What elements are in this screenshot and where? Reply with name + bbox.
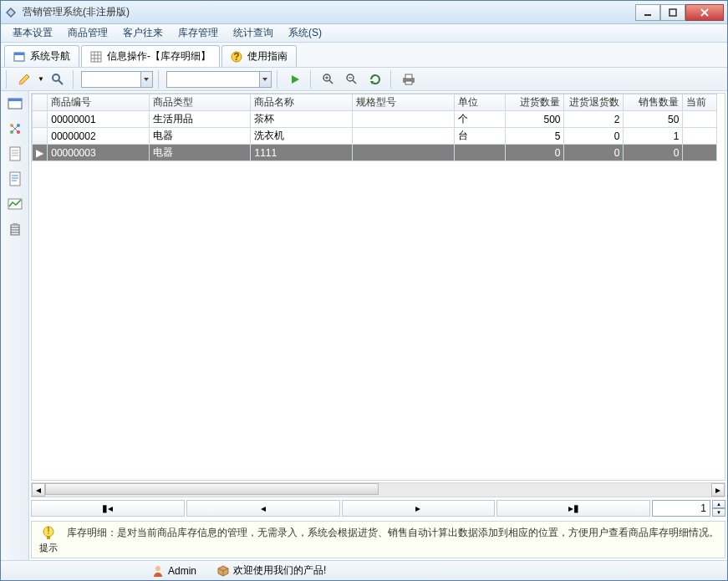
zoom-in-button[interactable]	[318, 70, 339, 89]
cell-product-type[interactable]: 电器	[149, 145, 251, 161]
side-panel-6[interactable]	[4, 220, 26, 238]
menu-customer[interactable]: 客户往来	[116, 24, 170, 42]
cell-spec[interactable]	[353, 145, 455, 161]
filter-field-input[interactable]	[82, 72, 140, 87]
menu-inventory[interactable]: 库存管理	[171, 24, 225, 42]
body: 商品编号 商品类型 商品名称 规格型号 单位 进货数量 进货退货数 销售数量 当…	[1, 91, 727, 560]
cell-qty-sale[interactable]: 0	[624, 145, 683, 161]
side-panel-5[interactable]	[4, 195, 26, 213]
separator	[310, 70, 313, 89]
cell-current[interactable]	[683, 111, 717, 128]
search-button[interactable]	[48, 70, 68, 89]
svg-text:!: !	[47, 525, 49, 537]
col-product-id[interactable]: 商品编号	[48, 94, 150, 111]
nav-prev-button[interactable]: ◂	[186, 500, 340, 517]
cell-qty-in[interactable]: 500	[505, 111, 564, 128]
dropdown-arrow[interactable]: ▼	[38, 75, 44, 83]
print-button[interactable]	[399, 70, 419, 89]
cell-qty-return[interactable]: 2	[564, 111, 624, 128]
menu-stats[interactable]: 统计查询	[227, 24, 280, 42]
close-button[interactable]	[685, 4, 724, 21]
menu-basic-settings[interactable]: 基本设置	[6, 24, 59, 42]
cell-unit[interactable]	[454, 145, 505, 161]
row-indicator	[33, 111, 48, 128]
col-spec[interactable]: 规格型号	[353, 94, 455, 111]
filter-value-combo[interactable]	[166, 71, 272, 88]
table-row[interactable]: 00000002电器洗衣机台501	[33, 128, 717, 145]
col-qty-in[interactable]: 进货数量	[505, 94, 564, 111]
cell-qty-in[interactable]: 5	[505, 128, 564, 145]
cell-product-name[interactable]: 茶杯	[251, 111, 353, 128]
col-product-type[interactable]: 商品类型	[149, 94, 251, 111]
chevron-down-icon[interactable]	[259, 72, 271, 87]
cell-product-name[interactable]: 洗衣机	[251, 128, 353, 145]
cell-qty-sale[interactable]: 1	[624, 128, 683, 145]
table-row[interactable]: 00000001生活用品茶杯个500250	[33, 111, 717, 128]
statusbar: Admin 欢迎使用我们的产品!	[1, 560, 727, 580]
lightbulb-icon: !	[40, 525, 57, 542]
edit-button[interactable]	[14, 70, 34, 89]
scroll-right-icon[interactable]: ▸	[711, 483, 725, 497]
spin-up[interactable]: ▲	[712, 500, 725, 508]
svg-marker-21	[292, 75, 299, 84]
cell-qty-sale[interactable]: 50	[624, 111, 683, 128]
tab-system-nav[interactable]: 系统导航	[4, 45, 79, 67]
refresh-button[interactable]	[365, 70, 385, 89]
tab-user-guide[interactable]: ? 使用指南	[221, 45, 297, 67]
run-button[interactable]	[285, 70, 305, 89]
cell-spec[interactable]	[353, 111, 455, 128]
col-qty-sale[interactable]: 销售数量	[624, 94, 683, 111]
col-product-name[interactable]: 商品名称	[251, 94, 353, 111]
scroll-thumb[interactable]	[45, 483, 379, 495]
scroll-track[interactable]	[45, 483, 711, 497]
minimize-button[interactable]	[635, 4, 660, 21]
cell-product-id[interactable]: 00000002	[48, 128, 150, 145]
nav-last-button[interactable]: ▸▮	[496, 500, 650, 517]
cell-product-type[interactable]: 生活用品	[149, 111, 251, 128]
record-navigator: ▮◂ ◂ ▸ ▸▮ ▲▼	[31, 499, 725, 517]
menu-system[interactable]: 系统(S)	[282, 24, 328, 42]
user-icon	[151, 564, 165, 578]
col-qty-return[interactable]: 进货退货数	[564, 94, 624, 111]
horizontal-scrollbar[interactable]: ◂ ▸	[31, 482, 725, 497]
table-row[interactable]: ▶00000003电器1111000	[33, 145, 717, 161]
side-panel-1[interactable]	[4, 94, 26, 113]
tab-inventory-detail[interactable]: 信息操作-【库存明细】	[81, 45, 220, 67]
filter-field-combo[interactable]	[81, 71, 153, 88]
svg-marker-19	[144, 78, 149, 81]
zoom-out-button[interactable]	[342, 70, 362, 89]
cell-qty-in[interactable]: 0	[505, 145, 564, 161]
hint-text: 库存明细：是对当前商品库存信息的管理，无需录入，系统会根据进货、销售自动计算出数…	[67, 525, 720, 554]
col-unit[interactable]: 单位	[454, 94, 505, 111]
spin-down[interactable]: ▼	[712, 508, 725, 517]
cell-spec[interactable]	[353, 128, 455, 145]
chevron-down-icon[interactable]	[140, 72, 152, 87]
nav-page-input[interactable]	[652, 500, 710, 517]
side-panel-3[interactable]	[4, 145, 26, 163]
scroll-left-icon[interactable]: ◂	[32, 483, 45, 497]
menu-product-mgmt[interactable]: 商品管理	[61, 24, 115, 42]
toolbar: ▼	[1, 68, 727, 91]
maximize-button[interactable]	[660, 4, 685, 21]
cell-qty-return[interactable]: 0	[564, 145, 624, 161]
cell-product-type[interactable]: 电器	[149, 128, 251, 145]
side-panel-4[interactable]	[4, 170, 26, 188]
cell-unit[interactable]: 个	[454, 111, 505, 128]
cell-qty-return[interactable]: 0	[564, 128, 624, 145]
col-current[interactable]: 当前	[683, 94, 717, 111]
separator	[158, 70, 161, 89]
cell-product-id[interactable]: 00000001	[48, 111, 150, 128]
svg-rect-32	[405, 81, 412, 84]
nav-first-button[interactable]: ▮◂	[31, 500, 185, 517]
cell-unit[interactable]: 台	[454, 128, 505, 145]
cell-current[interactable]	[683, 128, 717, 145]
cell-product-name[interactable]: 1111	[251, 145, 353, 161]
filter-value-input[interactable]	[167, 72, 259, 87]
svg-point-17	[53, 74, 59, 81]
cell-current[interactable]	[683, 145, 717, 161]
cell-product-id[interactable]: 00000003	[48, 145, 150, 161]
nav-spinner[interactable]: ▲▼	[712, 500, 725, 517]
data-grid[interactable]: 商品编号 商品类型 商品名称 规格型号 单位 进货数量 进货退货数 销售数量 当…	[31, 93, 725, 481]
side-panel-2[interactable]	[4, 120, 26, 138]
nav-next-button[interactable]: ▸	[342, 500, 496, 517]
